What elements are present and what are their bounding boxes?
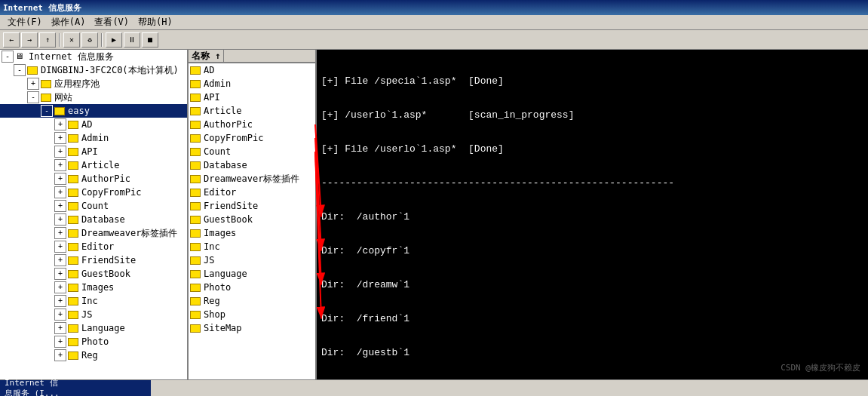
menu-action[interactable]: 操作(A) <box>47 14 90 30</box>
folder-icon-file-editor <box>190 189 201 197</box>
status-left: Internet 信息服务 (I... <box>0 380 151 396</box>
expand-friendsite[interactable]: + <box>54 254 66 266</box>
tree-node-copyfrompic[interactable]: + CopyFromPic <box>0 186 187 199</box>
title-text: Internet 信息服务 <box>3 2 81 14</box>
expand-guestbook[interactable]: + <box>54 268 66 280</box>
back-button[interactable]: ← <box>3 32 20 48</box>
tree-node-database[interactable]: + Database <box>0 213 187 226</box>
tree-node-root[interactable]: - 🖥 Internet 信息服务 <box>0 50 187 63</box>
tree-label-article: Article <box>81 160 120 170</box>
pause-button[interactable]: ⏸ <box>124 32 140 48</box>
tree-node-images[interactable]: + Images <box>0 281 187 294</box>
tree-node-js[interactable]: + JS <box>0 308 187 321</box>
expand-api[interactable]: + <box>54 146 66 158</box>
menu-view[interactable]: 查看(V) <box>90 14 133 30</box>
tree-label-website: 网站 <box>54 91 72 104</box>
up-button[interactable]: ↑ <box>39 32 56 48</box>
tree-label-images: Images <box>81 282 114 293</box>
file-item-copyfrompic[interactable]: CopyFromPic <box>189 131 315 145</box>
tree-label-language: Language <box>81 323 125 333</box>
file-item-count[interactable]: Count <box>189 145 315 158</box>
file-item-inc[interactable]: Inc <box>189 240 315 253</box>
folder-icon-file-shop <box>190 311 201 319</box>
file-item-js[interactable]: JS <box>189 253 315 267</box>
file-item-shop[interactable]: Shop <box>189 308 315 321</box>
expand-database[interactable]: + <box>54 213 66 226</box>
tree-label-authorpic: AuthorPic <box>81 173 130 184</box>
tree-node-dreamweaver[interactable]: + Dreamweaver标签插件 <box>0 226 187 240</box>
file-item-photo[interactable]: Photo <box>189 281 315 294</box>
expand-article[interactable]: + <box>54 159 66 171</box>
tree-node-article[interactable]: + Article <box>0 158 187 172</box>
tree-node-computer[interactable]: - DINGBINJ-3FC2C0(本地计算机) <box>0 63 187 77</box>
menu-file[interactable]: 文件(F) <box>3 14 47 30</box>
tree-node-authorpic[interactable]: + AuthorPic <box>0 172 187 186</box>
expand-images[interactable]: + <box>54 281 66 293</box>
expand-apppool[interactable]: + <box>27 78 39 90</box>
expand-count[interactable]: + <box>54 200 66 212</box>
folder-icon-apppool <box>41 80 51 88</box>
stop-button[interactable]: ✕ <box>63 32 80 48</box>
folder-icon-photo <box>68 338 78 346</box>
file-col-name: 名称 ↑ <box>189 50 224 63</box>
tree-node-apppool[interactable]: + 应用程序池 <box>0 77 187 91</box>
file-item-article[interactable]: Article <box>189 104 315 118</box>
expand-js[interactable]: + <box>54 309 66 321</box>
tree-node-reg[interactable]: + Reg <box>0 348 187 362</box>
folder-icon-api <box>68 148 78 156</box>
tree-label-database: Database <box>81 214 125 225</box>
tree-node-easy[interactable]: - easy <box>0 104 187 118</box>
folder-icon-language <box>68 324 78 333</box>
tree-node-api[interactable]: + API <box>0 145 187 158</box>
file-item-editor[interactable]: Editor <box>189 186 315 199</box>
tree-label-dreamweaver: Dreamweaver标签插件 <box>81 227 177 240</box>
tree-node-photo[interactable]: + Photo <box>0 335 187 348</box>
expand-easy[interactable]: - <box>41 105 53 117</box>
file-item-api[interactable]: API <box>189 91 315 104</box>
forward-button[interactable]: → <box>21 32 38 48</box>
menu-bar: 文件(F) 操作(A) 查看(V) 帮助(H) <box>0 15 868 30</box>
file-item-guestbook[interactable]: GuestBook <box>189 213 315 226</box>
expand-computer[interactable]: - <box>14 64 26 76</box>
tree-node-guestbook[interactable]: + GuestBook <box>0 267 187 281</box>
tree-node-inc[interactable]: + Inc <box>0 294 187 308</box>
folder-icon-file-authorpic <box>190 121 201 129</box>
stop2-button[interactable]: ■ <box>142 32 158 48</box>
expand-admin[interactable]: + <box>54 132 66 144</box>
expand-root[interactable]: - <box>2 51 14 63</box>
tree-node-ad[interactable]: + AD <box>0 118 187 131</box>
file-item-ad[interactable]: AD <box>189 63 315 77</box>
file-item-admin[interactable]: Admin <box>189 77 315 91</box>
expand-inc[interactable]: + <box>54 295 66 307</box>
tree-label-reg: Reg <box>81 350 98 361</box>
expand-authorpic[interactable]: + <box>54 173 66 185</box>
file-item-database[interactable]: Database <box>189 158 315 172</box>
expand-ad[interactable]: + <box>54 118 66 130</box>
tree-node-editor[interactable]: + Editor <box>0 240 187 253</box>
file-item-sitemap[interactable]: SiteMap <box>189 321 315 335</box>
refresh-button[interactable]: ♻ <box>81 32 98 48</box>
play-button[interactable]: ▶ <box>106 32 122 48</box>
folder-icon-file-database <box>190 161 201 170</box>
expand-website[interactable]: - <box>27 91 39 103</box>
tree-node-count[interactable]: + Count <box>0 199 187 213</box>
title-bar: Internet 信息服务 <box>0 0 868 15</box>
expand-editor[interactable]: + <box>54 241 66 253</box>
file-item-friendsite[interactable]: FriendSite <box>189 199 315 213</box>
expand-dreamweaver[interactable]: + <box>54 227 66 239</box>
file-item-language[interactable]: Language <box>189 267 315 281</box>
tree-node-language[interactable]: + Language <box>0 321 187 335</box>
expand-photo[interactable]: + <box>54 336 66 348</box>
file-item-dreamweaver[interactable]: Dreamweaver标签插件 <box>189 172 315 186</box>
tree-node-website[interactable]: - 网站 <box>0 91 187 104</box>
tree-node-admin[interactable]: + Admin <box>0 131 187 145</box>
file-item-images[interactable]: Images <box>189 226 315 240</box>
expand-reg[interactable]: + <box>54 349 66 361</box>
menu-help[interactable]: 帮助(H) <box>133 14 177 30</box>
file-item-reg[interactable]: Reg <box>189 294 315 308</box>
file-item-authorpic[interactable]: AuthorPic <box>189 118 315 131</box>
expand-copyfrompic[interactable]: + <box>54 186 66 198</box>
folder-icon-authorpic <box>68 175 78 183</box>
tree-node-friendsite[interactable]: + FriendSite <box>0 253 187 267</box>
expand-language[interactable]: + <box>54 322 66 334</box>
